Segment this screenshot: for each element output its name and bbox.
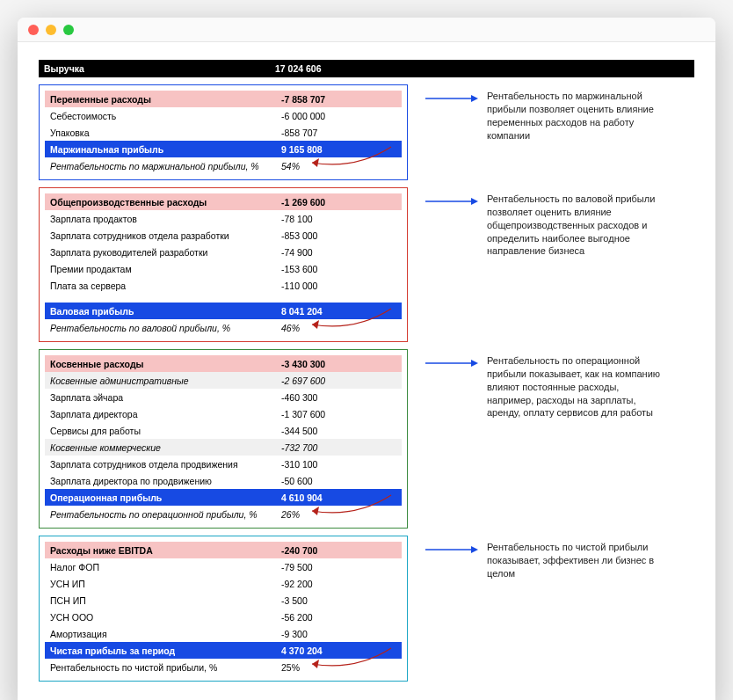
table-row: Чистая прибыль за период4 370 204 xyxy=(45,642,402,659)
row-label: Косвенные административные xyxy=(45,376,278,386)
svg-marker-5 xyxy=(471,198,478,205)
table-row: Зарплата сотрудников отдела разработки-8… xyxy=(45,227,402,244)
section-3: Расходы ниже EBITDA-240 700Налог ФОП-79 … xyxy=(39,536,694,682)
table-row: Премии продактам-153 600 xyxy=(45,260,402,277)
table-row: Зарплата директора по продвижению-50 600 xyxy=(45,472,402,489)
annotation: Рентабельность по маржинальной прибыли п… xyxy=(425,84,663,142)
row-value: -310 100 xyxy=(278,459,383,470)
table-row: Рентабельность по чистой прибыли, %25% xyxy=(45,659,402,675)
row-value: -460 300 xyxy=(278,392,383,403)
table-row: УСН ИП-92 200 xyxy=(45,575,402,592)
table-row: Косвенные административные-2 697 600 xyxy=(45,372,402,389)
row-label: Косвенные расходы xyxy=(45,359,278,369)
table-row: Косвенные коммерческие-732 700 xyxy=(45,439,402,456)
row-value: 46% xyxy=(278,323,383,333)
table-row: Расходы ниже EBITDA-240 700 xyxy=(45,542,402,558)
row-label: Сервисы для работы xyxy=(45,426,278,436)
row-value: -6 000 000 xyxy=(278,111,383,121)
arrow-right-icon xyxy=(425,196,478,207)
row-value: 4 610 904 xyxy=(278,492,383,503)
section-0: Переменные расходы-7 858 707Себестоимост… xyxy=(39,84,694,180)
row-value: -92 200 xyxy=(278,579,383,589)
row-value: -56 200 xyxy=(278,612,383,623)
row-value: -79 500 xyxy=(278,562,383,572)
row-label: Чистая прибыль за период xyxy=(45,645,278,656)
row-label: Амортизация xyxy=(45,629,278,639)
row-label: Общепроизводственные расходы xyxy=(45,197,278,208)
row-label: УСН ООО xyxy=(45,612,278,623)
table-row: Маржинальная прибыль9 165 808 xyxy=(45,141,402,157)
annotation: Рентабельность по валовой прибыли позвол… xyxy=(425,187,663,258)
table-row: Зарплата продактов-78 100 xyxy=(45,210,402,227)
row-label: Зарплата директора по продвижению xyxy=(45,476,278,486)
row-label: Расходы ниже EBITDA xyxy=(45,545,278,556)
row-label: Рентабельность по валовой прибыли, % xyxy=(45,323,278,333)
row-value: 25% xyxy=(278,662,383,673)
row-value: 9 165 808 xyxy=(278,144,383,155)
row-label: Косвенные коммерческие xyxy=(45,442,278,453)
row-label: Налог ФОП xyxy=(45,562,278,572)
arrow-right-icon xyxy=(425,544,478,555)
row-value: -3 430 300 xyxy=(278,359,383,369)
annotation-text: Рентабельность по операционной прибыли п… xyxy=(487,354,663,419)
svg-marker-8 xyxy=(471,360,478,367)
row-value: -9 300 xyxy=(278,629,383,639)
table-row: Зарплата сотрудников отдела продвижения-… xyxy=(45,456,402,472)
table-row: ПСН ИП-3 500 xyxy=(45,592,402,609)
arrow-right-icon xyxy=(425,93,478,104)
annotation-text: Рентабельность по маржинальной прибыли п… xyxy=(487,90,663,142)
table-box: Переменные расходы-7 858 707Себестоимост… xyxy=(39,84,408,180)
table-row: Валовая прибыль8 041 204 xyxy=(45,303,402,319)
row-label: Зарплата руководителей разработки xyxy=(45,247,278,258)
annotation-text: Рентабельность по валовой прибыли позвол… xyxy=(487,193,663,258)
table-row: Операционная прибыль4 610 904 xyxy=(45,489,402,506)
row-label: Зарплата сотрудников отдела разработки xyxy=(45,230,278,241)
revenue-header-row: Выручка 17 024 606 xyxy=(39,60,694,77)
svg-marker-11 xyxy=(471,546,478,553)
table-box: Косвенные расходы-3 430 300Косвенные адм… xyxy=(39,349,408,529)
table-row: Зарплата директора-1 307 600 xyxy=(45,405,402,422)
revenue-value: 17 024 606 xyxy=(272,63,377,74)
annotation: Рентабельность по чистой прибыли показыв… xyxy=(425,536,663,580)
minimize-icon[interactable] xyxy=(46,25,56,35)
table-row: Упаковка-858 707 xyxy=(45,124,402,141)
row-label: Зарплата сотрудников отдела продвижения xyxy=(45,459,278,470)
table-row: Сервисы для работы-344 500 xyxy=(45,422,402,439)
row-value: -78 100 xyxy=(278,214,383,224)
row-label: Валовая прибыль xyxy=(45,306,278,317)
row-value: -858 707 xyxy=(278,128,383,138)
row-label: ПСН ИП xyxy=(45,595,278,606)
table-row: Амортизация-9 300 xyxy=(45,625,402,642)
maximize-icon[interactable] xyxy=(63,25,74,35)
row-label: Маржинальная прибыль xyxy=(45,144,278,155)
row-value: 54% xyxy=(278,161,383,171)
table-row: Зарплата руководителей разработки-74 900 xyxy=(45,244,402,260)
table-row: Зарплата эйчара-460 300 xyxy=(45,389,402,405)
row-value: 8 041 204 xyxy=(278,306,383,317)
annotation: Рентабельность по операционной прибыли п… xyxy=(425,349,663,419)
table-row: Рентабельность по маржинальной прибыли, … xyxy=(45,157,402,174)
row-label: Зарплата эйчара xyxy=(45,392,278,403)
table-row: Рентабельность по валовой прибыли, %46% xyxy=(45,319,402,336)
row-value: -344 500 xyxy=(278,426,383,436)
row-label: Зарплата директора xyxy=(45,409,278,419)
row-value: -50 600 xyxy=(278,476,383,486)
section-2: Косвенные расходы-3 430 300Косвенные адм… xyxy=(39,349,694,529)
row-label: Упаковка xyxy=(45,128,278,138)
row-label: Рентабельность по операционной прибыли, … xyxy=(45,509,278,520)
table-row: Плата за сервера-110 000 xyxy=(45,277,402,294)
row-label: Зарплата продактов xyxy=(45,214,278,224)
row-value: -3 500 xyxy=(278,595,383,606)
row-label: Рентабельность по маржинальной прибыли, … xyxy=(45,161,278,171)
row-value: -74 900 xyxy=(278,247,383,258)
row-value: -2 697 600 xyxy=(278,376,383,386)
row-label: Плата за сервера xyxy=(45,281,278,291)
close-icon[interactable] xyxy=(28,25,39,35)
table-box: Общепроизводственные расходы-1 269 600За… xyxy=(39,187,408,342)
row-value: -240 700 xyxy=(278,545,383,556)
row-value: -732 700 xyxy=(278,442,383,453)
content: Выручка 17 024 606 Переменные расходы-7 … xyxy=(18,42,715,700)
row-value: -853 000 xyxy=(278,230,383,241)
table-row: Косвенные расходы-3 430 300 xyxy=(45,355,402,372)
section-1: Общепроизводственные расходы-1 269 600За… xyxy=(39,187,694,342)
